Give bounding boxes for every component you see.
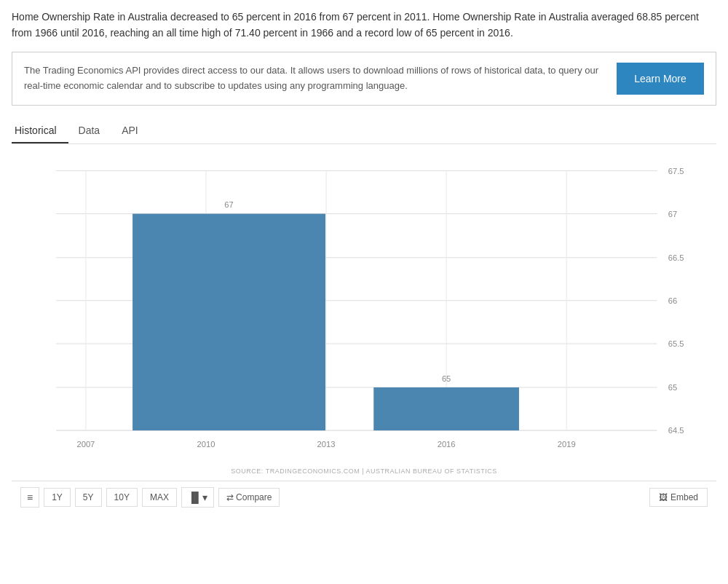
embed-icon: 🖼: [659, 492, 668, 502]
svg-text:67.5: 67.5: [668, 166, 684, 175]
list-icon-button[interactable]: ≡: [20, 487, 39, 508]
svg-text:67: 67: [224, 200, 233, 209]
tab-data[interactable]: Data: [76, 119, 112, 143]
chart-area: 64.5 65 65.5 66 66.5 67 67.5 2007 2010 2…: [12, 151, 716, 465]
bar-2010: [132, 213, 325, 430]
embed-label: Embed: [670, 492, 698, 502]
svg-text:65.5: 65.5: [668, 339, 684, 348]
1y-button[interactable]: 1Y: [44, 488, 71, 507]
10y-button[interactable]: 10Y: [106, 488, 138, 507]
embed-button[interactable]: 🖼 Embed: [649, 488, 708, 507]
max-button[interactable]: MAX: [142, 488, 177, 507]
svg-text:66: 66: [668, 296, 677, 305]
bar-2016: [373, 387, 519, 430]
svg-text:2010: 2010: [197, 439, 215, 448]
description-text: Home Ownership Rate in Australia decreas…: [12, 9, 716, 42]
compare-button[interactable]: ⇄ Compare: [218, 488, 280, 507]
svg-text:64.5: 64.5: [668, 426, 684, 435]
api-box-text: The Trading Economics API provides direc…: [24, 63, 617, 94]
svg-text:2016: 2016: [438, 439, 456, 448]
svg-text:2013: 2013: [317, 439, 336, 448]
svg-text:66.5: 66.5: [668, 253, 684, 262]
svg-text:65: 65: [668, 383, 677, 392]
tabs-row: Historical Data API: [12, 119, 716, 144]
tab-api[interactable]: API: [119, 119, 150, 143]
tab-historical[interactable]: Historical: [12, 119, 68, 143]
5y-button[interactable]: 5Y: [75, 488, 102, 507]
chart-type-button[interactable]: ▐▌▾: [181, 487, 214, 508]
toolbar: ≡ 1Y 5Y 10Y MAX ▐▌▾ ⇄ Compare 🖼 Embed: [12, 481, 716, 513]
svg-text:2019: 2019: [558, 439, 576, 448]
bar-chart: 64.5 65 65.5 66 66.5 67 67.5 2007 2010 2…: [12, 151, 716, 465]
svg-text:65: 65: [442, 374, 451, 383]
api-box: The Trading Economics API provides direc…: [12, 52, 716, 106]
source-text: SOURCE: TRADINGECONOMICS.COM | AUSTRALIA…: [12, 467, 716, 475]
svg-text:2007: 2007: [76, 439, 95, 448]
svg-text:67: 67: [668, 209, 677, 218]
learn-more-button[interactable]: Learn More: [617, 63, 704, 95]
